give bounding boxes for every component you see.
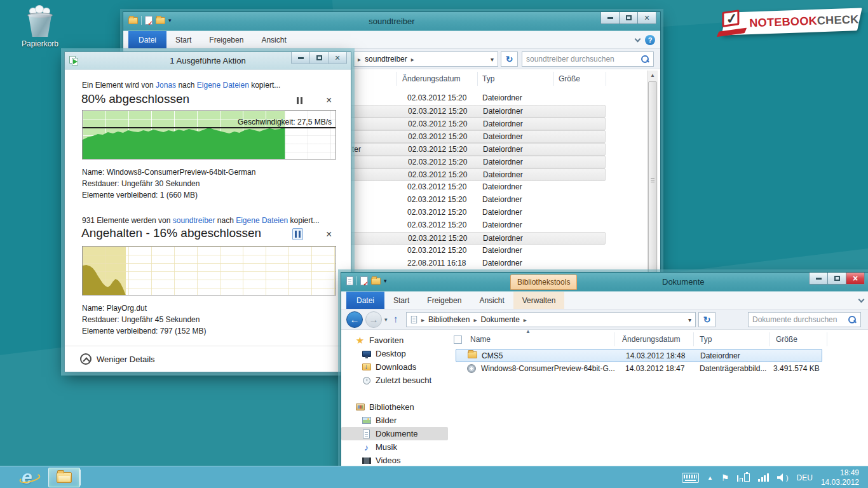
qat-properties-icon[interactable] [360,276,368,285]
refresh-button[interactable]: ↻ [698,312,715,327]
sidebar-item-dokumente[interactable]: Dokumente [341,427,448,440]
column-header-size[interactable]: Größe [776,335,797,344]
breadcrumb-arrow-icon[interactable]: ▸ [524,316,527,323]
sidebar-item-musik[interactable]: ♪Musik [341,440,448,454]
clock[interactable]: 18:49 14.03.2012 [821,468,859,487]
breadcrumb-arrow-icon[interactable]: ▸ [473,316,477,323]
sidebar-item-favoriten[interactable]: ★Favoriten [341,334,448,347]
titlebar[interactable]: ▾ Bibliothekstools Dokumente × [341,273,868,292]
list-header-row: ▲ Name Änderungsdatum Typ Größe [449,330,868,348]
search-input[interactable] [752,315,848,324]
contextual-tab-library-tools[interactable]: Bibliothekstools [510,274,577,290]
up-button[interactable]: ↑ [393,313,398,324]
job1-cancel-icon[interactable]: × [326,95,332,105]
file-explorer-taskbar-button[interactable] [48,468,80,487]
table-row[interactable]: CMS514.03.2012 18:48Dateiordner [456,349,822,362]
sidebar-item-label: Bibliotheken [369,402,414,412]
titlebar[interactable]: ▾ soundtreiber × [123,12,660,31]
recycle-bin-desktop-icon[interactable]: Papierkorb [11,5,69,48]
back-button[interactable]: ← [346,311,363,328]
nav-history-dropdown-icon[interactable]: ▾ [384,316,388,323]
ribbon-tab-datei[interactable]: Datei [346,292,384,309]
minimize-button[interactable] [600,12,620,24]
sidebar-item-label: Zuletzt besucht [376,376,431,385]
touch-keyboard-icon[interactable] [682,473,699,483]
job1-source-link[interactable]: Jonas [156,81,176,90]
ribbon-tab-datei[interactable]: Datei [128,31,166,48]
refresh-button[interactable]: ↻ [501,51,518,67]
action-center-flag-icon[interactable]: ⚑ [721,473,729,483]
help-icon[interactable]: ? [645,35,655,45]
table-row[interactable]: Windows8-ConsumerPreview-64bit-G...14.03… [456,362,822,376]
job2-cancel-icon[interactable]: × [326,229,332,240]
qat-dropdown-icon[interactable]: ▾ [384,278,387,284]
maximize-button[interactable] [827,273,846,285]
job2-resume-button[interactable] [292,228,303,240]
breadcrumb-libraries[interactable]: Bibliotheken [428,315,470,324]
scrollbar[interactable]: ▲ [647,71,658,282]
power-battery-icon[interactable] [737,473,750,482]
close-button[interactable]: × [637,12,656,24]
column-header-date[interactable]: Änderungsdatum [402,74,460,83]
ribbon-collapse-icon[interactable] [635,36,641,42]
sidebar-item-videos[interactable]: Videos [341,454,448,467]
job2-source-link[interactable]: soundtreiber [173,216,215,225]
column-header-type[interactable]: Typ [700,335,712,344]
ribbon-tab-start[interactable]: Start [384,292,418,309]
ribbon-tab-start[interactable]: Start [166,31,200,48]
minimize-button[interactable] [809,273,828,285]
forward-button[interactable]: → [365,311,382,328]
minimize-button[interactable] [291,52,310,64]
show-hidden-icons-arrow[interactable]: ▲ [707,475,713,481]
chevron-up-circle-icon[interactable] [80,353,92,365]
job1-pause-button[interactable] [295,95,304,106]
ribbon-tab-ansicht[interactable]: Ansicht [470,292,513,309]
maximize-button[interactable] [309,52,329,64]
close-button[interactable]: × [846,273,865,285]
search-box[interactable] [748,312,861,327]
scrollbar-thumb[interactable] [648,81,657,280]
column-header-size[interactable]: Größe [559,74,580,83]
search-box[interactable] [522,51,654,67]
breadcrumb-arrow-icon[interactable]: ▸ [411,56,414,63]
qat-new-folder-icon[interactable] [371,278,381,285]
ribbon-tab-freigeben[interactable]: Freigeben [418,292,470,309]
search-icon[interactable] [848,315,857,324]
breadcrumb-documents[interactable]: Dokumente [480,315,519,324]
less-details-button[interactable]: Weniger Details [80,353,155,365]
volume-icon[interactable]: ) [777,473,789,482]
sidebar-item-downloads[interactable]: Downloads [341,360,448,374]
job1-dest-link[interactable]: Eigene Dateien [197,81,249,90]
internet-explorer-taskbar-icon[interactable]: e [18,467,43,488]
sidebar-item-bilder[interactable]: Bilder [341,414,448,427]
breadcrumb-arrow-icon[interactable]: ▸ [358,56,361,63]
column-header-name[interactable]: Name [470,335,491,344]
dialog-titlebar[interactable]: 1 Ausgeführte Aktion × [65,52,351,70]
breadcrumb[interactable]: ▸ Bibliotheken ▸ Dokumente ▸ ▾ [406,312,696,327]
address-dropdown-icon[interactable]: ▾ [491,56,494,63]
search-input[interactable] [526,55,641,64]
breadcrumb-arrow-icon[interactable]: ▸ [421,316,424,323]
select-all-checkbox[interactable] [454,336,462,344]
column-header-type[interactable]: Typ [482,74,494,83]
breadcrumb[interactable]: ▸ soundtreiber ▸ ▾ [353,51,498,67]
network-signal-icon[interactable] [758,473,769,482]
close-button[interactable]: × [328,52,347,64]
job2-dest-link[interactable]: Eigene Dateien [236,216,288,225]
sidebar-item-zuletzt-besucht[interactable]: Zuletzt besucht [341,374,448,387]
ribbon-tab-freigeben[interactable]: Freigeben [200,31,252,48]
language-indicator[interactable]: DEU [797,473,813,482]
scroll-up-icon[interactable]: ▲ [648,71,658,81]
sidebar-item-desktop[interactable]: Desktop [341,347,448,360]
address-dropdown-icon[interactable]: ▾ [688,316,691,323]
sort-ascending-icon[interactable]: ▲ [526,329,531,334]
file-list: CMS514.03.2012 18:48DateiordnerWindows8-… [456,349,822,376]
ribbon-tab-verwalten[interactable]: Verwalten [513,292,565,309]
column-header-date[interactable]: Änderungsdatum [622,335,680,344]
breadcrumb-folder[interactable]: soundtreiber [365,55,407,64]
ribbon-collapse-icon[interactable] [858,296,865,302]
search-icon[interactable] [641,55,649,64]
ribbon-tab-ansicht[interactable]: Ansicht [252,31,295,48]
maximize-button[interactable] [619,12,638,24]
sidebar-item-bibliotheken[interactable]: Bibliotheken [341,400,448,414]
